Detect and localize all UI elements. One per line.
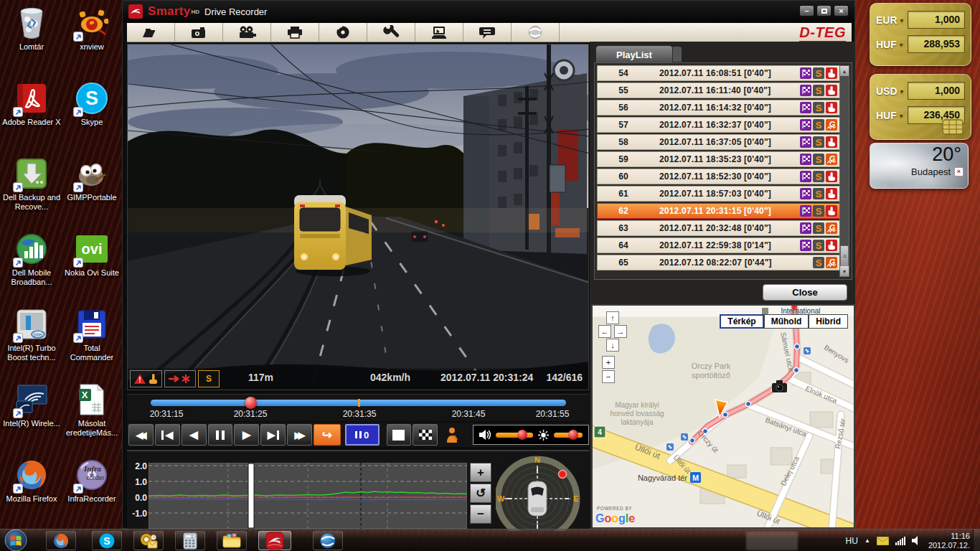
pause-button[interactable] — [208, 424, 233, 446]
playlist-row[interactable]: 65 2012.07.12 08:22:07 [0'44"] SG — [597, 255, 840, 270]
graph-zoom-out-button[interactable]: − — [470, 504, 491, 524]
map-panel[interactable]: 4 M International Orczy Park sportöltöző… — [591, 304, 855, 529]
play-button[interactable] — [234, 424, 259, 446]
close-button[interactable]: × — [834, 5, 849, 17]
playlist-row[interactable]: 54 2012.07.11 16:08:51 [0'40"] S — [597, 65, 840, 81]
stop-button[interactable] — [387, 424, 412, 446]
map-zoom-in-button[interactable]: + — [602, 356, 615, 369]
playlist-row[interactable]: 59 2012.07.11 18:35:23 [0'40"] SG — [597, 151, 840, 167]
volume-slider[interactable] — [496, 433, 533, 438]
map-type-terkep[interactable]: Térkép — [720, 314, 763, 329]
pan-up-button[interactable]: ↑ — [606, 311, 619, 324]
google-earth-button[interactable] — [512, 23, 560, 42]
map-type-muhold[interactable]: Műhold — [764, 314, 809, 329]
pan-right-button[interactable]: → — [614, 325, 627, 338]
currency-from-selector[interactable]: USD — [876, 85, 908, 97]
desktop-icon-recycle-bin[interactable]: Lomtár — [1, 3, 62, 76]
show-hidden-icons[interactable]: ▲ — [864, 537, 870, 544]
graph-zoom-in-button[interactable]: + — [470, 463, 491, 482]
desktop-icon-infrarecorder[interactable]: Infracorder InfraRecorder — [62, 455, 122, 528]
desktop-icon-excel-file[interactable]: X Másolat eredetijeMás... — [62, 380, 122, 453]
video-export-button[interactable] — [223, 23, 271, 42]
playlist-row[interactable]: 58 2012.07.11 16:37:05 [0'40"] S — [597, 134, 840, 150]
desktop-icon-gimp[interactable]: GIMPPortable — [62, 154, 122, 227]
step-back-button[interactable] — [182, 424, 207, 446]
graph-reset-button[interactable]: ↺ — [470, 484, 491, 503]
taskbar-firefox[interactable] — [46, 531, 76, 550]
taskbar-google-earth[interactable] — [313, 531, 343, 550]
currency-to-selector[interactable]: HUF — [876, 110, 908, 121]
graph-cursor[interactable] — [248, 463, 254, 528]
settings-wrench-button[interactable] — [367, 23, 415, 42]
video-viewport[interactable]: ! S 117m 042km/h 2012.07.11 20:31:24 142… — [127, 44, 589, 390]
burn-disc-button[interactable] — [319, 23, 367, 42]
timeline-position-handle[interactable] — [245, 397, 257, 409]
weather-gadget[interactable]: 20° Budapest × — [870, 143, 969, 189]
brightness-slider[interactable] — [554, 433, 583, 438]
gsensor-plot[interactable] — [149, 463, 467, 529]
start-button[interactable] — [4, 529, 27, 551]
repeat-button[interactable] — [314, 424, 341, 446]
playlist-scrollbar[interactable]: ▲ ▼ — [839, 65, 849, 277]
scroll-up-button[interactable]: ▲ — [840, 66, 849, 76]
map-type-hibrid[interactable]: Hibrid — [809, 314, 848, 329]
snapshot-camera-button[interactable] — [175, 23, 223, 42]
desktop-icon-dell-mobile[interactable]: Dell Mobile Broadban... — [1, 229, 62, 302]
show-desktop-button[interactable] — [973, 529, 980, 551]
tray-volume-icon[interactable] — [912, 536, 922, 545]
tray-network-icon[interactable] — [895, 537, 905, 545]
playlist-row[interactable]: 60 2012.07.11 18:52:30 [0'40"] S — [597, 169, 840, 184]
minimize-button[interactable]: – — [799, 5, 814, 17]
taskbar-outlook[interactable] — [133, 531, 164, 550]
desktop-icon-dell-backup[interactable]: Dell Backup and Recove... — [1, 154, 62, 227]
playlist-row[interactable]: 56 2012.07.11 16:14:32 [0'40"] S — [597, 100, 840, 116]
maximize-button[interactable] — [816, 5, 831, 17]
print-button[interactable] — [271, 23, 319, 42]
desktop-icon-xnview[interactable]: xnview — [62, 3, 122, 76]
taskbar-smarty-active[interactable] — [258, 531, 291, 550]
playlist-row[interactable]: 62 2012.07.11 20:31:15 [0'40"] S — [597, 203, 840, 219]
desktop-icon-skype[interactable]: S Skype — [62, 78, 122, 151]
playlist-tab[interactable]: PlayList — [595, 45, 673, 63]
taskbar-skype[interactable]: S — [92, 531, 122, 550]
playlist-row[interactable]: 55 2012.07.11 16:11:40 [0'40"] S — [597, 83, 840, 98]
currency-from-value[interactable]: 1,000 — [908, 11, 965, 29]
currency-to-selector[interactable]: HUF — [876, 39, 908, 50]
desktop-icon-nokia-ovi[interactable]: ovi Nokia Ovi Suite — [62, 229, 122, 302]
taskbar-calculator[interactable]: 0 — [175, 531, 205, 550]
rewind-button[interactable] — [128, 424, 154, 446]
playlist-row[interactable]: 57 2012.07.11 16:32:37 [0'40"] SG — [597, 117, 840, 133]
open-folder-button[interactable] — [127, 23, 175, 42]
scroll-down-button[interactable]: ▼ — [840, 266, 849, 276]
next-clip-button[interactable] — [260, 424, 286, 446]
scrollbar-thumb[interactable] — [840, 245, 849, 268]
brightness-knob[interactable] — [568, 430, 578, 440]
tray-mail-icon[interactable] — [877, 537, 889, 545]
playlist-row[interactable]: 63 2012.07.11 20:32:48 [0'40"] SG — [597, 220, 840, 236]
titlebar[interactable]: SmartyHD Drive Recorder – × — [123, 1, 854, 22]
desktop-icon-intel-wireless[interactable]: Intel(R) Wirele... — [1, 380, 62, 453]
fast-forward-button[interactable] — [287, 424, 312, 446]
desktop-icon-intel-turbo[interactable]: intel Intel(R) Turbo Boost techn... — [1, 304, 62, 377]
taskbar-explorer[interactable] — [217, 531, 247, 550]
currency-from-value[interactable]: 1,000 — [908, 82, 965, 100]
playlist-row[interactable]: 61 2012.07.11 18:57:03 [0'40"] S — [597, 186, 840, 202]
previous-clip-button[interactable] — [155, 424, 180, 446]
pan-down-button[interactable]: ↓ — [606, 339, 619, 352]
checkered-flag-button[interactable] — [413, 424, 438, 446]
driver-info-button[interactable] — [439, 424, 464, 446]
currency-from-selector[interactable]: EUR — [876, 14, 908, 26]
pan-left-button[interactable]: ← — [598, 325, 611, 338]
desktop-icon-adobe-reader[interactable]: Adobe Reader X — [1, 78, 62, 151]
desktop-icon-firefox[interactable]: Mozilla Firefox — [1, 455, 62, 528]
feedback-bubble-button[interactable] — [463, 23, 512, 42]
map-zoom-out-button[interactable]: − — [602, 370, 615, 383]
desktop-icon-total-commander[interactable]: Total Commander — [62, 304, 122, 377]
taskbar-clock[interactable]: 11:162012.07.12. — [928, 532, 970, 550]
playlist-row[interactable]: 64 2012.07.11 22:59:38 [0'14"] S — [597, 237, 840, 253]
pc-capture-button[interactable] — [415, 23, 463, 42]
language-indicator[interactable]: HU — [846, 536, 858, 546]
playlist-close-button[interactable]: Close — [763, 284, 847, 301]
weather-error-icon[interactable]: × — [954, 167, 963, 176]
repeat-counter[interactable]: 0 — [345, 424, 380, 446]
